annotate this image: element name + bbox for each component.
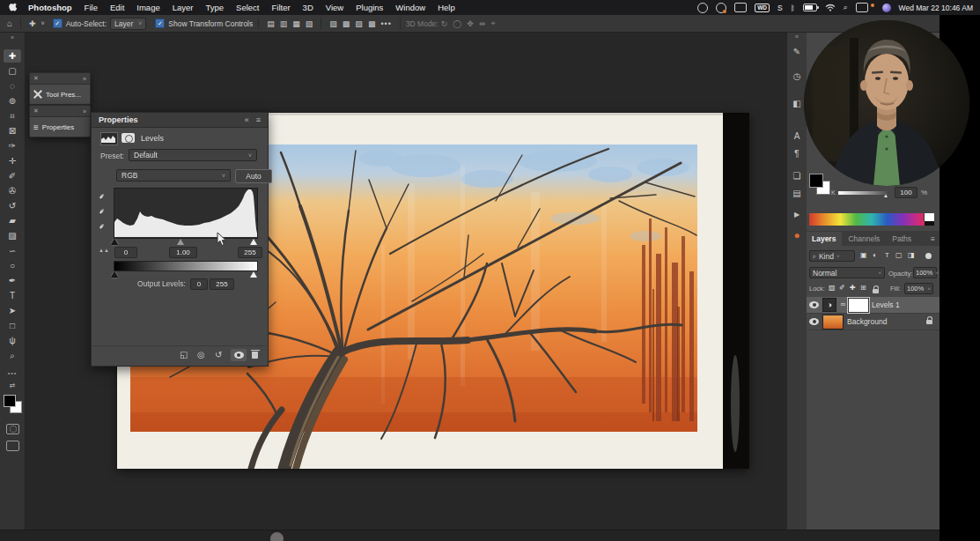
menu-photoshop[interactable]: Photoshop xyxy=(28,3,72,12)
tab-layers[interactable]: Layers xyxy=(806,232,842,246)
paragraph-panel-icon[interactable]: ¶ xyxy=(787,149,807,159)
input-highlights-value[interactable]: 255 xyxy=(238,247,262,258)
home-icon[interactable]: ⌂ xyxy=(7,19,12,28)
more-options-icon[interactable]: ••• xyxy=(380,19,391,28)
black-swatch[interactable] xyxy=(925,221,934,226)
menu-help[interactable]: Help xyxy=(438,3,455,12)
clock-panel-icon[interactable]: ◷ xyxy=(787,71,807,81)
character-panel-icon[interactable]: A xyxy=(787,131,807,141)
blend-mode-dropdown[interactable]: Normal ˅ xyxy=(809,267,885,278)
gray-point-eyedropper-icon[interactable]: ✒ xyxy=(97,206,108,217)
lock-pixels-icon[interactable]: ✐ xyxy=(839,284,845,292)
menu-layer[interactable]: Layer xyxy=(173,3,194,12)
notes-panel-icon[interactable]: ▤ xyxy=(787,189,807,198)
menu-type[interactable]: Type xyxy=(205,3,224,12)
align-right-icon[interactable]: ▦ xyxy=(292,19,300,28)
distribute-left-icon[interactable]: ▨ xyxy=(355,19,363,28)
pen-tool[interactable]: ✒ xyxy=(4,274,21,287)
lock-position-icon[interactable]: ✚ xyxy=(850,284,856,292)
clip-to-layer-icon[interactable]: ◱ xyxy=(180,350,188,359)
input-shadows-value[interactable]: 0 xyxy=(114,247,137,258)
close-icon[interactable]: ✕ xyxy=(33,75,39,82)
fill-field[interactable]: 100% ˅ xyxy=(904,283,933,294)
lock-all-icon[interactable] xyxy=(873,286,879,295)
lasso-tool[interactable]: ◌ xyxy=(4,79,21,93)
menu-filter[interactable]: Filter xyxy=(271,3,290,12)
channel-dropdown[interactable]: RGB ˅ xyxy=(116,169,231,182)
view-previous-state-icon[interactable]: ◎ xyxy=(197,350,205,359)
color-swatches[interactable] xyxy=(4,392,23,413)
collapse-icon[interactable]: » xyxy=(83,76,86,82)
layer-visibility-icon[interactable] xyxy=(809,301,819,308)
auto-button[interactable]: Auto xyxy=(235,169,272,183)
panel-menu-icon[interactable]: ≡ xyxy=(256,115,261,124)
smudge-tool[interactable]: ∽ xyxy=(4,244,21,257)
distribute-vertical-icon[interactable]: ▨ xyxy=(329,19,337,28)
filter-pixel-layers-icon[interactable]: ▣ xyxy=(860,251,867,259)
adjustment-layer-thumbnail[interactable]: ◑ xyxy=(822,298,836,312)
plugin-panel-icon[interactable]: ● xyxy=(787,229,807,241)
panel-menu-icon[interactable]: ≡ xyxy=(926,232,939,246)
actions-panel-icon[interactable]: ▶ xyxy=(787,211,807,219)
brush-tool[interactable]: ✐ xyxy=(4,169,21,182)
collapse-panel-icon[interactable]: « xyxy=(245,115,249,124)
reset-adjustment-icon[interactable]: ↺ xyxy=(215,350,222,359)
status-app-icon[interactable] xyxy=(697,3,708,13)
type-tool[interactable]: T xyxy=(4,289,21,302)
wd-drive-icon[interactable]: WD xyxy=(755,4,770,12)
black-point-eyedropper-icon[interactable]: ✒ xyxy=(97,191,108,202)
distribute-horizontal-icon[interactable]: ▩ xyxy=(343,19,350,28)
eyedropper-tool[interactable]: ✑ xyxy=(4,139,21,152)
apple-icon[interactable] xyxy=(9,3,18,12)
output-white-value[interactable]: 255 xyxy=(210,278,234,290)
layer-visibility-icon[interactable] xyxy=(809,318,819,325)
bluetooth-icon[interactable]: ᛒ xyxy=(791,4,795,12)
menu-3d[interactable]: 3D xyxy=(303,3,313,12)
output-black-slider[interactable] xyxy=(111,271,118,278)
input-shadows-slider[interactable] xyxy=(111,239,118,245)
color-spectrum-ramp[interactable] xyxy=(809,213,934,226)
input-midtones-value[interactable]: 1.00 xyxy=(169,247,197,258)
k-slider-handle[interactable]: ▲ xyxy=(883,193,888,198)
hand-tool[interactable]: ψ xyxy=(4,334,21,347)
frame-tool[interactable]: ⊠ xyxy=(4,124,21,137)
menu-select[interactable]: Select xyxy=(236,3,259,12)
lock-artboard-icon[interactable]: ⊞ xyxy=(860,284,866,292)
close-icon[interactable]: ✕ xyxy=(33,107,39,115)
layer-row-levels1[interactable]: ◑ 8 Levels 1 xyxy=(806,297,939,314)
properties-panel-title[interactable]: Properties xyxy=(92,115,245,124)
dock-expand-icon[interactable]: « xyxy=(787,33,807,40)
foreground-color-swatch[interactable] xyxy=(4,395,16,407)
distribute-right-icon[interactable]: ▩ xyxy=(368,19,376,28)
lock-transparency-icon[interactable]: ▨ xyxy=(829,284,836,292)
input-highlights-slider[interactable] xyxy=(250,239,257,245)
input-midtones-slider[interactable] xyxy=(177,239,184,245)
show-transform-checkbox[interactable]: ✓ xyxy=(155,19,165,28)
menu-edit[interactable]: Edit xyxy=(110,3,124,12)
move-tool[interactable]: ✚ xyxy=(4,49,21,63)
menu-view[interactable]: View xyxy=(326,3,343,12)
filter-adjustment-layers-icon[interactable]: ◐ xyxy=(873,251,877,259)
move-tool-icon[interactable]: ✚ xyxy=(29,19,36,28)
brush-settings-panel-icon[interactable]: ✎ xyxy=(787,47,807,56)
preset-dropdown[interactable]: Default ˅ xyxy=(129,149,257,161)
toggle-visibility-button[interactable] xyxy=(231,349,247,361)
properties-mini-title[interactable]: Properties xyxy=(42,123,74,131)
control-center-icon[interactable] xyxy=(856,3,868,12)
align-left-icon[interactable]: ▤ xyxy=(267,19,275,28)
layer-filter-dropdown[interactable]: ⌕ Kind ˅ xyxy=(809,250,855,262)
output-black-value[interactable]: 0 xyxy=(190,278,208,290)
layer-row-background[interactable]: Background xyxy=(806,314,939,330)
shape-tool[interactable]: □ xyxy=(4,319,21,332)
screen-mode-button[interactable] xyxy=(6,441,19,451)
opacity-field[interactable]: 100% ˅ xyxy=(913,267,937,278)
k-value-field[interactable]: 100 xyxy=(895,187,917,198)
history-brush-tool[interactable]: ↺ xyxy=(4,199,21,212)
quick-mask-button[interactable] xyxy=(6,424,19,434)
marquee-tool[interactable]: ▢ xyxy=(4,64,21,78)
menu-image[interactable]: Image xyxy=(136,3,159,12)
menu-plugins[interactable]: Plugins xyxy=(356,3,383,12)
tool-presets-title[interactable]: Tool Pres... xyxy=(46,91,81,99)
dodge-tool[interactable]: ○ xyxy=(4,259,21,272)
align-center-icon[interactable]: ▥ xyxy=(280,19,288,28)
